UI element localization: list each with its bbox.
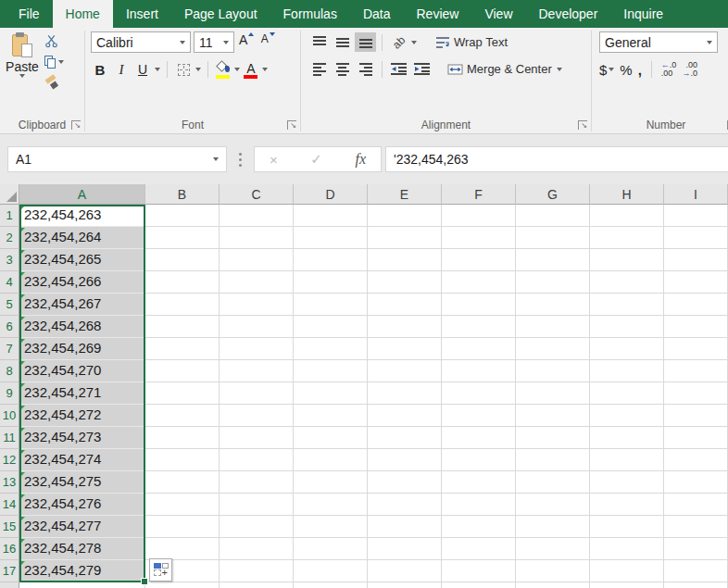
cell-E2[interactable] [368, 227, 442, 249]
cell-F10[interactable] [442, 405, 516, 427]
cell-H5[interactable] [590, 294, 664, 316]
row-header-12[interactable]: 12 [0, 449, 19, 471]
bold-button[interactable]: B [91, 59, 109, 80]
cell-D4[interactable] [294, 271, 368, 294]
cell-G12[interactable] [516, 449, 590, 471]
percent-style-button[interactable]: % [620, 62, 632, 78]
cell-D1[interactable] [294, 205, 368, 227]
cell-B14[interactable] [145, 494, 220, 516]
cell-B4[interactable] [145, 271, 220, 294]
cell-C11[interactable] [220, 427, 294, 449]
cell-G2[interactable] [516, 227, 590, 249]
cell-I13[interactable] [664, 471, 728, 494]
tab-file[interactable]: File [6, 0, 53, 28]
cell-A9[interactable]: 232,454,271 [19, 382, 145, 405]
cell-G17[interactable] [516, 560, 590, 582]
cell-A7[interactable]: 232,454,269 [19, 338, 145, 360]
cell-A13[interactable]: 232,454,275 [19, 471, 145, 494]
cell-C[interactable] [220, 582, 294, 588]
column-header-F[interactable]: F [442, 184, 516, 205]
cell-B8[interactable] [145, 360, 220, 382]
tab-review[interactable]: Review [404, 0, 472, 28]
increase-font-size-button[interactable]: A [237, 32, 256, 53]
underline-dropdown-icon[interactable] [155, 68, 160, 71]
font-family-select[interactable]: Calibri [91, 31, 191, 53]
cell-G11[interactable] [516, 427, 590, 449]
row-header-11[interactable]: 11 [0, 427, 19, 449]
cell-C16[interactable] [220, 538, 294, 560]
cell-B13[interactable] [145, 471, 220, 494]
column-header-G[interactable]: G [516, 184, 590, 205]
cell-A5[interactable]: 232,454,267 [19, 294, 145, 316]
cell-D12[interactable] [294, 449, 368, 471]
cell-E8[interactable] [368, 360, 442, 382]
cell-B12[interactable] [145, 449, 220, 471]
cell-F2[interactable] [442, 227, 516, 249]
cell-A4[interactable]: 232,454,266 [19, 271, 145, 294]
cell-I10[interactable] [664, 405, 728, 427]
cell-F[interactable] [442, 582, 516, 588]
cell-D14[interactable] [294, 494, 368, 516]
cell-F9[interactable] [442, 382, 516, 405]
cell-F7[interactable] [442, 338, 516, 360]
cell-E17[interactable] [368, 560, 442, 582]
cell-A12[interactable]: 232,454,274 [19, 449, 145, 471]
cell-E[interactable] [368, 582, 442, 588]
cell-E9[interactable] [368, 382, 442, 405]
cell-I9[interactable] [664, 382, 728, 405]
cell-F5[interactable] [442, 294, 516, 316]
cell-B9[interactable] [145, 382, 220, 405]
name-box[interactable]: A1 [7, 146, 227, 172]
cell-E15[interactable] [368, 516, 442, 538]
cell-E1[interactable] [368, 205, 442, 227]
cell-H1[interactable] [590, 205, 664, 227]
cell-F11[interactable] [442, 427, 516, 449]
cell-H15[interactable] [590, 516, 664, 538]
cell-H[interactable] [590, 582, 664, 588]
decrease-indent-button[interactable] [388, 59, 409, 79]
merge-center-button[interactable]: Merge & Center [447, 59, 562, 79]
select-all-button[interactable] [0, 184, 19, 205]
cell-D[interactable] [294, 582, 368, 588]
cancel-icon[interactable]: × [270, 152, 278, 168]
column-header-H[interactable]: H [590, 184, 664, 205]
tab-page-layout[interactable]: Page Layout [171, 0, 270, 28]
cell-I14[interactable] [664, 494, 728, 516]
tab-insert[interactable]: Insert [113, 0, 171, 28]
cell-D8[interactable] [294, 360, 368, 382]
cell-C5[interactable] [220, 294, 294, 316]
row-header-14[interactable]: 14 [0, 494, 19, 516]
wrap-text-button[interactable]: Wrap Text [435, 32, 508, 52]
fill-color-dropdown-icon[interactable] [234, 68, 240, 71]
increase-indent-button[interactable] [411, 59, 433, 79]
row-header-17[interactable]: 17 [0, 560, 19, 582]
column-header-A[interactable]: A [19, 184, 145, 205]
cell-I7[interactable] [664, 338, 728, 360]
enter-icon[interactable]: ✓ [310, 151, 322, 168]
cell-C1[interactable] [220, 205, 294, 227]
cell-I2[interactable] [664, 227, 728, 249]
cell-G15[interactable] [516, 516, 590, 538]
tab-inquire[interactable]: Inquire [610, 0, 676, 28]
row-header-10[interactable]: 10 [0, 405, 19, 427]
cell-I8[interactable] [664, 360, 728, 382]
row-header-3[interactable]: 3 [0, 249, 19, 271]
cell-F13[interactable] [442, 471, 516, 494]
cell-F14[interactable] [442, 494, 516, 516]
cell-I[interactable] [664, 582, 728, 588]
cell-G3[interactable] [516, 249, 590, 271]
cell-E5[interactable] [368, 294, 442, 316]
cell-B3[interactable] [145, 249, 220, 271]
cell-B7[interactable] [145, 338, 220, 360]
cell-I12[interactable] [664, 449, 728, 471]
column-header-I[interactable]: I [664, 184, 728, 205]
row-header-15[interactable]: 15 [0, 516, 19, 538]
cell-A17[interactable]: 232,454,279 [19, 560, 145, 582]
top-align-button[interactable] [308, 32, 330, 52]
align-left-button[interactable] [308, 59, 330, 79]
cell-G[interactable] [516, 582, 590, 588]
cell-G6[interactable] [516, 316, 590, 338]
cell-C2[interactable] [220, 227, 294, 249]
format-painter-button[interactable] [44, 74, 64, 90]
comma-style-button[interactable]: , [638, 62, 642, 78]
